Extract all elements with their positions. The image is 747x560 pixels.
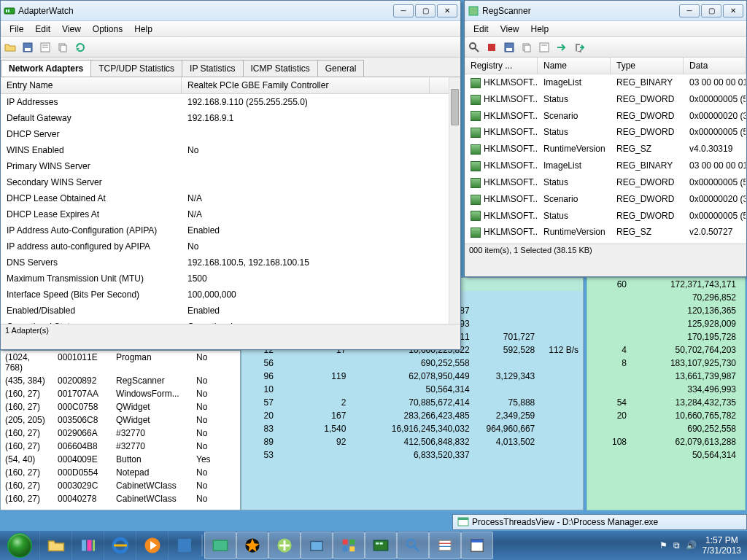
table-row[interactable]: HKLM\SOFT...ScenarioREG_DWORD0x00000020 … xyxy=(465,191,746,208)
list-item[interactable]: (160, 27)006604B8#32770No xyxy=(1,440,240,453)
menu-view[interactable]: View xyxy=(56,23,87,36)
table-row[interactable]: IP Addresses192.168.9.110 (255.255.255.0… xyxy=(1,94,460,110)
taskbar-app1-icon[interactable] xyxy=(204,532,236,559)
table-row[interactable]: Operational StatusOperational xyxy=(1,319,460,324)
exit-icon[interactable] xyxy=(573,41,586,54)
copy-icon[interactable] xyxy=(56,41,69,54)
regscanner-grid-header[interactable]: Registry ... Name Type Data xyxy=(465,58,746,74)
taskbar[interactable]: ⚑ ⧉ 🔊 1:57 PM 7/31/2013 xyxy=(0,531,747,560)
grid-col-registry[interactable]: Registry ... xyxy=(465,58,538,74)
taskbar-app3-icon[interactable] xyxy=(268,532,301,559)
grid-col-value[interactable]: Realtek PCIe GBE Family Controller xyxy=(182,77,430,93)
list-item[interactable]: (160, 27)0003029CCabinetWClassNo xyxy=(1,479,240,492)
save-icon[interactable] xyxy=(21,41,34,54)
list-item[interactable]: (205, 205)003506C8QWidgetNo xyxy=(1,413,240,427)
table-row[interactable]: Secondary WINS Server xyxy=(1,174,460,190)
taskbar-app8-icon[interactable] xyxy=(429,532,461,559)
vertical-scrollbar[interactable] xyxy=(449,77,460,324)
refresh-icon[interactable] xyxy=(74,41,87,54)
properties-icon[interactable] xyxy=(39,41,52,54)
start-button[interactable] xyxy=(0,532,39,559)
table-row[interactable]: HKLM\SOFT...ImageListREG_BINARY03 00 00 … xyxy=(465,241,746,244)
copy-icon[interactable] xyxy=(520,41,533,54)
processthreadsview-titlebar[interactable]: ProcessThreadsView - D:\Process Manager.… xyxy=(452,514,747,530)
taskbar-app9-icon[interactable] xyxy=(461,532,493,559)
taskbar-wmp-icon[interactable] xyxy=(136,532,168,559)
stop-icon[interactable] xyxy=(485,41,498,54)
table-row[interactable]: HKLM\SOFT...ImageListREG_BINARY03 00 00 … xyxy=(465,158,746,174)
open-icon[interactable] xyxy=(4,41,17,54)
regscanner-titlebar[interactable]: RegScanner ─ ▢ ✕ xyxy=(465,1,746,21)
grid-col-type[interactable]: Type xyxy=(611,58,684,74)
list-item[interactable]: (160, 27)00040278CabinetWClassNo xyxy=(1,492,240,505)
table-row[interactable]: HKLM\SOFT...ScenarioREG_DWORD0x00000020 … xyxy=(465,108,746,125)
properties-icon[interactable] xyxy=(538,41,551,54)
taskbar-explorer-icon[interactable] xyxy=(39,532,71,559)
maximize-button[interactable]: ▢ xyxy=(415,4,436,18)
table-row[interactable]: Primary WINS Server xyxy=(1,158,460,174)
tab-tcp-udp-statistics[interactable]: TCP/UDP Statistics xyxy=(90,60,182,77)
adapterwatch-grid-header[interactable]: Entry Name Realtek PCIe GBE Family Contr… xyxy=(1,77,460,94)
tab-general[interactable]: General xyxy=(317,60,365,77)
list-item[interactable]: (1024, 768)0001011EProgmanNo xyxy=(1,351,240,374)
table-row[interactable]: HKLM\SOFT...StatusREG_DWORD0x00000005 (5… xyxy=(465,124,746,141)
taskbar-app4-icon[interactable] xyxy=(301,532,333,559)
menu-help[interactable]: Help xyxy=(525,23,554,36)
table-row[interactable]: Enabled/DisabledEnabled xyxy=(1,303,460,319)
grid-col-name[interactable]: Name xyxy=(538,58,611,74)
tray-flag-icon[interactable]: ⚑ xyxy=(659,540,667,551)
menu-file[interactable]: File xyxy=(4,23,29,36)
grid-col-data[interactable]: Data xyxy=(684,58,746,74)
table-row[interactable]: HKLM\SOFT...StatusREG_DWORD0x00000005 (5… xyxy=(465,174,746,191)
minimize-button[interactable]: ─ xyxy=(393,4,414,18)
table-row[interactable]: DNS Servers192.168.100.5, 192.168.100.15 xyxy=(1,254,460,271)
tab-network-adapters[interactable]: Network Adapters xyxy=(1,60,91,77)
menu-edit[interactable]: Edit xyxy=(29,23,56,36)
table-row[interactable]: IP address auto-configured by APIPANo xyxy=(1,238,460,254)
table-row[interactable]: HKLM\SOFT...ImageListREG_BINARY03 00 00 … xyxy=(465,74,746,91)
list-item[interactable]: (160, 27)0029066A#32770No xyxy=(1,427,240,440)
table-row[interactable]: HKLM\SOFT...RuntimeVersionREG_SZv4.0.303… xyxy=(465,141,746,158)
table-row[interactable]: Default Gateway192.168.9.1 xyxy=(1,110,460,126)
table-row[interactable]: Maximum Transmission Unit (MTU)1500 xyxy=(1,271,460,287)
maximize-button[interactable]: ▢ xyxy=(701,4,721,18)
adapterwatch-titlebar[interactable]: AdapterWatch ─ ▢ ✕ xyxy=(1,1,460,21)
table-row[interactable]: WINS EnabledNo xyxy=(1,142,460,158)
regscanner-grid[interactable]: Registry ... Name Type Data HKLM\SOFT...… xyxy=(465,58,746,244)
list-item[interactable]: (435, 384)00200892RegScannerNo xyxy=(1,374,240,387)
table-row[interactable]: HKLM\SOFT...StatusREG_DWORD0x00000005 (5… xyxy=(465,208,746,225)
taskbar-libraries-icon[interactable] xyxy=(71,532,104,559)
table-row[interactable]: HKLM\SOFT...RuntimeVersionREG_SZv2.0.507… xyxy=(465,224,746,241)
tab-ip-statistics[interactable]: IP Statistics xyxy=(182,60,243,77)
table-row[interactable]: IP Address Auto-Configuration (APIPA)Ena… xyxy=(1,222,460,238)
table-row[interactable]: Interface Speed (Bits Per Second)100,000… xyxy=(1,287,460,303)
list-item[interactable]: (160, 27)001707AAWindowsForm...No xyxy=(1,387,240,400)
menu-edit[interactable]: Edit xyxy=(468,23,495,36)
table-row[interactable]: HKLM\SOFT...StatusREG_DWORD0x00000005 (5… xyxy=(465,91,746,108)
taskbar-app2-icon[interactable] xyxy=(236,532,268,559)
taskbar-ie-icon[interactable] xyxy=(104,532,136,559)
close-button[interactable]: ✕ xyxy=(723,4,743,18)
table-row[interactable]: DHCP Server xyxy=(1,126,460,142)
adapterwatch-grid[interactable]: Entry Name Realtek PCIe GBE Family Contr… xyxy=(1,77,460,324)
close-button[interactable]: ✕ xyxy=(437,4,457,18)
tray-network-icon[interactable]: ⧉ xyxy=(673,540,680,551)
menu-view[interactable]: View xyxy=(495,23,525,36)
list-item[interactable]: (160, 27)000C0758QWidgetNo xyxy=(1,400,240,413)
save-icon[interactable] xyxy=(503,41,516,54)
search-icon[interactable] xyxy=(468,41,481,54)
system-tray[interactable]: ⚑ ⧉ 🔊 1:57 PM 7/31/2013 xyxy=(654,535,747,556)
clock[interactable]: 1:57 PM 7/31/2013 xyxy=(703,535,741,556)
tab-icmp-statistics[interactable]: ICMP Statistics xyxy=(243,60,318,77)
grid-col-entry[interactable]: Entry Name xyxy=(1,77,182,93)
menu-options[interactable]: Options xyxy=(87,23,128,36)
taskbar-app6-icon[interactable] xyxy=(365,532,397,559)
table-row[interactable]: DHCP Lease Expires AtN/A xyxy=(1,206,460,222)
menu-help[interactable]: Help xyxy=(128,23,158,36)
taskbar-app5-icon[interactable] xyxy=(333,532,365,559)
tray-volume-icon[interactable]: 🔊 xyxy=(686,540,697,551)
list-item[interactable]: (160, 27)000D0554NotepadNo xyxy=(1,466,240,479)
goto-icon[interactable] xyxy=(555,41,568,54)
taskbar-app7-icon[interactable] xyxy=(397,532,429,559)
table-row[interactable]: DHCP Lease Obtained AtN/A xyxy=(1,190,460,206)
